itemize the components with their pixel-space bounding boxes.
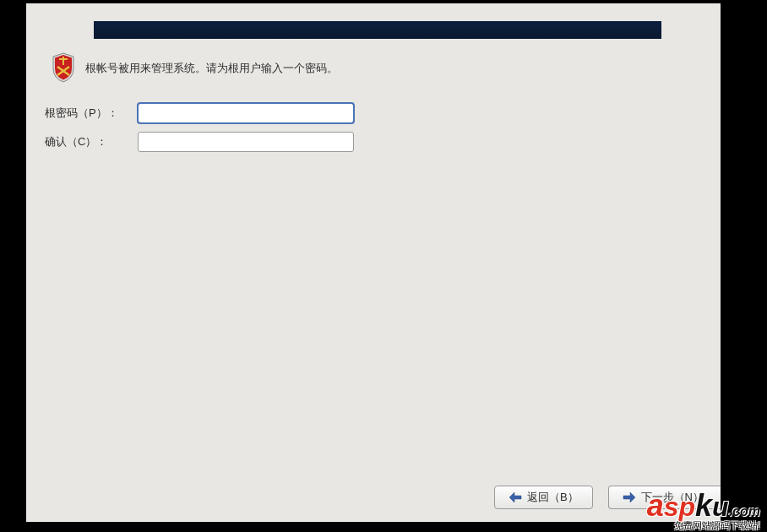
confirm-password-input[interactable] — [138, 132, 354, 152]
back-button-label: 返回（B） — [527, 490, 579, 505]
watermark-letter: u — [712, 493, 729, 520]
watermark-brand: a s p k u . com — [647, 491, 760, 521]
password-row: 根密码（P）： — [45, 103, 354, 123]
form-area: 根密码（P）： 确认（C）： — [45, 103, 354, 160]
watermark-letter: a — [647, 491, 664, 521]
watermark-letter: s — [664, 493, 679, 520]
confirm-row: 确认（C）： — [45, 132, 354, 152]
arrow-left-icon — [509, 491, 522, 503]
watermark-tld: com — [732, 505, 760, 518]
watermark: a s p k u . com 免费网站源码下载站! — [647, 491, 760, 532]
watermark-letter: k — [695, 491, 712, 521]
password-label: 根密码（P）： — [45, 106, 138, 121]
back-button[interactable]: 返回（B） — [494, 486, 593, 509]
watermark-letter: p — [679, 493, 696, 520]
info-row: 根帐号被用来管理系统。请为根用户输入一个密码。 — [50, 51, 338, 84]
info-text: 根帐号被用来管理系统。请为根用户输入一个密码。 — [85, 59, 338, 76]
root-password-input[interactable] — [138, 103, 354, 123]
header-bar — [94, 21, 661, 39]
watermark-tagline: 免费网站源码下载站! — [674, 519, 760, 532]
arrow-right-icon — [623, 491, 636, 503]
installer-window: 根帐号被用来管理系统。请为根用户输入一个密码。 根密码（P）： 确认（C）： 返… — [26, 3, 721, 522]
svg-rect-1 — [63, 57, 64, 65]
shield-icon — [50, 51, 77, 84]
confirm-label: 确认（C）： — [45, 134, 138, 149]
